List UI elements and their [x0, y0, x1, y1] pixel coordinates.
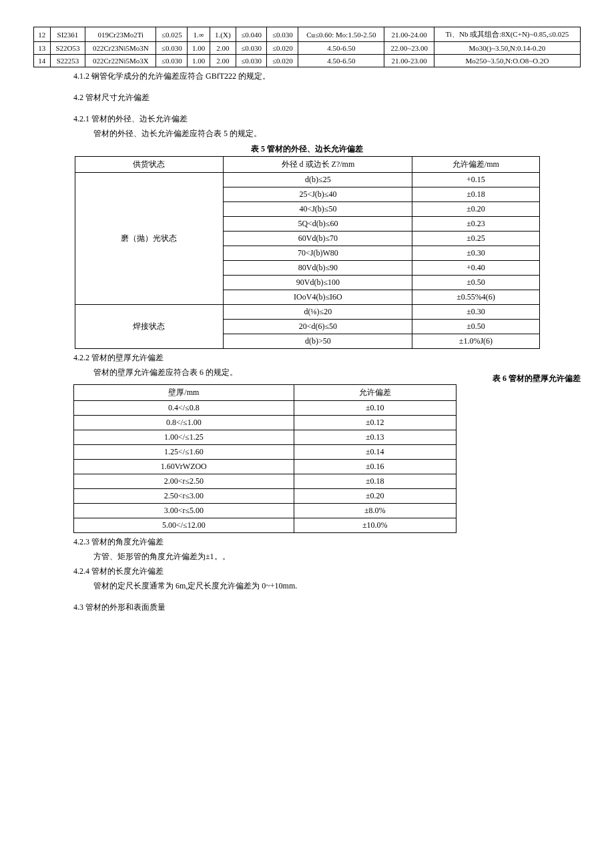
dim-cell: 20<d(6)≤50: [224, 320, 412, 334]
tol-cell: +0.15: [412, 173, 539, 187]
tol-cell: ±0.20: [294, 489, 456, 504]
dim-cell: 70<J(b)W80: [224, 246, 412, 261]
cell: ≤0.030: [236, 55, 267, 67]
thick-cell: 0.8</≤1.00: [74, 416, 294, 430]
para-4-2-1: 4.2.1 管材的外径、边长允许偏差: [33, 113, 581, 125]
cell: ≤0.025: [156, 27, 188, 42]
cell: 1.∞: [188, 27, 210, 42]
chemical-composition-table: 12SI2361019Cr23Mo2Ti≤0.0251.∞1.(X)≤0.040…: [33, 27, 581, 67]
table-row: 12SI2361019Cr23Mo2Ti≤0.0251.∞1.(X)≤0.040…: [34, 27, 581, 42]
cell: Mo250~3.50,N:O.O8~O.2O: [434, 55, 580, 67]
dim-cell: d(b)≤25: [224, 173, 412, 187]
table5-header-state: 供货状态: [75, 157, 224, 173]
thick-cell: 2.50<r≤3.00: [74, 489, 294, 504]
table-row: 2.50<r≤3.00±0.20: [74, 489, 456, 504]
thick-cell: 2.00<r≤2.50: [74, 474, 294, 489]
cell: ≤0.030: [236, 42, 267, 55]
cell: 1.00: [188, 42, 210, 55]
thick-cell: 5.00</≤12.00: [74, 518, 294, 533]
table-row: 1.60VrWZOO±0.16: [74, 460, 456, 474]
tol-cell: ±0.25: [412, 232, 539, 246]
cell: 022Cr23Ni5Mo3N: [85, 42, 156, 55]
cell: 019Cr23Mo2Ti: [85, 27, 156, 42]
dim-cell: d(⅛)≤20: [224, 305, 412, 320]
cell: ≤0.030: [156, 55, 188, 67]
tol-cell: ±0.13: [294, 430, 456, 445]
tol-cell: ±0.10: [294, 401, 456, 416]
para-4-2: 4.2 管材尺寸允许偏差: [33, 91, 581, 103]
para-4-2-4-sub: 管材的定尺长度通常为 6m,定尺长度允许偏差为 0~+10mm.: [33, 580, 581, 592]
thick-cell: 1.25</≤1.60: [74, 445, 294, 460]
cell: ≤0.040: [236, 27, 267, 42]
para-4-2-4: 4.2.4 管材的长度允许偏差: [33, 565, 581, 577]
cell: 14: [34, 55, 51, 67]
table-row: 0.8</≤1.00±0.12: [74, 416, 456, 430]
cell: 12: [34, 27, 51, 42]
dim-cell: d(b)>50: [224, 334, 412, 349]
table6-header-tol: 允许偏差: [294, 385, 456, 401]
table5: 供货状态 外径 d 或边长 Z?/mm 允许偏差/mm 磨（抛）光状态d(b)≤…: [75, 156, 540, 349]
cell: Mo30()~3.50,N:0.14-0.20: [434, 42, 580, 55]
para-4-3: 4.3 管材的外形和表面质量: [33, 601, 581, 613]
thick-cell: 3.00<r≤5.00: [74, 504, 294, 518]
tol-cell: ±0.18: [294, 474, 456, 489]
cell: S22253: [50, 55, 85, 67]
table-row: 1.25</≤1.60±0.14: [74, 445, 456, 460]
cell: 21.00-24.00: [384, 27, 434, 42]
para-4-2-2: 4.2.2 管材的壁厚允许偏差: [33, 352, 581, 364]
thick-cell: 1.00</≤1.25: [74, 430, 294, 445]
tol-cell: ±0.30: [412, 305, 539, 320]
tol-cell: ±0.50: [412, 320, 539, 334]
tol-cell: ±10.0%: [294, 518, 456, 533]
cell: ≤0.020: [267, 42, 298, 55]
tol-cell: ±0.30: [412, 246, 539, 261]
table-row: 2.00<r≤2.50±0.18: [74, 474, 456, 489]
tol-cell: +0.40: [412, 261, 539, 276]
dim-cell: IOoV4(b)≤I6O: [224, 290, 412, 305]
para-4-2-1-sub: 管材的外径、边长允许偏差应符合表 5 的规定。: [33, 127, 581, 139]
para-4-2-3-sub: 方管、矩形管的角度允许偏差为±1。。: [33, 550, 581, 562]
tol-cell: ±0.20: [412, 202, 539, 217]
table-row: 3.00<r≤5.00±8.0%: [74, 504, 456, 518]
dim-cell: 80Vd(b)≤90: [224, 261, 412, 276]
table-row: 0.4</≤0.8±0.10: [74, 401, 456, 416]
table-row: 焊接状态d(⅛)≤20±0.30: [75, 305, 539, 320]
cell: Cu≤0.60: Mo:1.50-2.50: [298, 27, 384, 42]
state-cell: 磨（抛）光状态: [75, 173, 224, 305]
cell: 4.50-6.50: [298, 55, 384, 67]
table5-header-tol: 允许偏差/mm: [412, 157, 539, 173]
tol-cell: ±0.16: [294, 460, 456, 474]
cell: ≤0.020: [267, 55, 298, 67]
table-row: 磨（抛）光状态d(b)≤25+0.15: [75, 173, 539, 187]
cell: 2.00: [210, 42, 236, 55]
table6-title: 表 6 管材的壁厚允许偏差: [493, 373, 581, 384]
table6-header-thick: 壁厚/mm: [74, 385, 294, 401]
cell: 22.00~23.00: [384, 42, 434, 55]
dim-cell: 90Vd(b)≤100: [224, 276, 412, 290]
cell: 2.00: [210, 55, 236, 67]
cell: S22O53: [50, 42, 85, 55]
tol-cell: ±0.23: [412, 217, 539, 232]
para-4-1-2: 4.1.2 钢管化学成分的允许偏差应符合 GBfT222 的规定。: [33, 70, 581, 82]
dim-cell: 40<J(b)≤50: [224, 202, 412, 217]
cell: ≤0.030: [156, 42, 188, 55]
cell: Ti、Nb 或其组合:8X(C+N)~0.85,≤0.025: [434, 27, 580, 42]
tol-cell: ±8.0%: [294, 504, 456, 518]
tol-cell: ±1.0%J(6): [412, 334, 539, 349]
cell: 1.00: [188, 55, 210, 67]
tol-cell: ±0.12: [294, 416, 456, 430]
thick-cell: 1.60VrWZOO: [74, 460, 294, 474]
tol-cell: ±0.18: [412, 187, 539, 202]
tol-cell: ±0.55%4(6): [412, 290, 539, 305]
tol-cell: ±0.50: [412, 276, 539, 290]
cell: 4.50-6.50: [298, 42, 384, 55]
table-row: 5.00</≤12.00±10.0%: [74, 518, 456, 533]
dim-cell: 5Q<d(b)≤60: [224, 217, 412, 232]
table6: 壁厚/mm 允许偏差 0.4</≤0.8±0.100.8</≤1.00±0.12…: [73, 384, 456, 533]
table5-header-dim: 外径 d 或边长 Z?/mm: [224, 157, 412, 173]
tol-cell: ±0.14: [294, 445, 456, 460]
state-cell: 焊接状态: [75, 305, 224, 349]
cell: 21.00-23.00: [384, 55, 434, 67]
dim-cell: 60Vd(b)≤70: [224, 232, 412, 246]
cell: 13: [34, 42, 51, 55]
